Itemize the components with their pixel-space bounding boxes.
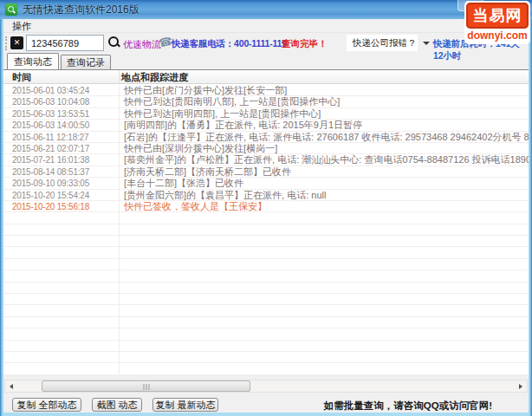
tracking-number-input[interactable] [26,35,104,51]
table-row[interactable]: 2015-06-03 13:53:51 快件已到达[南明四部], 上一站是[贵阳… [3,108,529,120]
table-row[interactable] [3,224,529,236]
row-progress: 快件已由[虎门分拨中心]发往[长安一部] [124,85,287,96]
row-progress: [贵州金阳六部]的【袁昌平】正在派件, 电话: null [124,190,326,201]
row-progress: 快件已签收，签收人是【王保安】 [124,201,267,212]
table-row[interactable] [3,212,529,224]
table-row[interactable]: 2015-06-03 10:04:08 快件已到达[贵阳南明八部], 上一站是[… [3,96,529,107]
column-separator [119,70,120,83]
tracking-table: 时间 地点和跟踪进度 2015-06-01 03:45:24 快件已由[虎门分拨… [3,69,529,374]
column-header-progress[interactable]: 地点和跟踪进度 [121,71,188,84]
copy-latest-button[interactable]: 复制 最新动态 [152,398,218,412]
scrollbar-thumb[interactable] [42,380,250,392]
tab-strip: 查询动态 查询记录 [3,54,529,69]
column-header-time[interactable]: 时间 [12,71,31,84]
table-header: 时间 地点和跟踪进度 [3,70,529,84]
client-area: 操作 ✕ 优速物流 ☎ 快递客服电话：400-1111-119 查询完毕！ 快递… [3,19,529,413]
title-bar[interactable]: 无情快递查询软件2016版 [0,0,532,19]
tab-query-progress[interactable]: 查询动态 [7,53,59,69]
row-time: 2015-09-10 09:33:05 [12,178,89,189]
watermark-badge: 当易网 downyi.com [464,1,530,44]
row-time: 2015-06-01 03:45:24 [12,85,89,96]
table-row[interactable] [3,317,529,328]
scroll-left-arrow-icon[interactable] [5,380,18,392]
clear-button[interactable]: ✕ [10,36,23,49]
service-phone-text: 快递客服电话：400-1111-119 [172,38,287,50]
table-row[interactable]: 2015-10-20 15:54:24 [贵州金阳六部]的【袁昌平】正在派件, … [3,190,529,201]
horizontal-scrollbar[interactable] [4,380,528,393]
table-row[interactable]: 2015-06-03 14:00:50 [南明四部]的【潘勇】正在派件, 电话:… [3,120,529,131]
table-row[interactable] [3,283,529,294]
menu-bar: 操作 [3,19,529,33]
row-time: 2015-10-20 15:54:24 [12,190,89,201]
carrier-link[interactable]: 优速物流 [123,38,161,51]
table-row[interactable]: 2015-08-14 08:51:37 [济南天桥二部]【济南天桥二部】已收件 [3,166,529,178]
table-row[interactable]: 2015-06-11 12:18:27 [石岩]的【汪逢平】正在派件, 电话: … [3,132,529,143]
row-time: 2015-06-03 10:04:08 [12,96,89,107]
row-time: 2015-06-21 02:07:17 [12,143,89,154]
row-time: 2015-06-03 13:53:51 [12,108,89,120]
copy-all-button[interactable]: 复制 全部动态 [12,398,81,412]
watermark-logo: 当易网 [466,3,529,29]
menu-item-operation[interactable]: 操作 [12,20,31,33]
table-row[interactable] [3,259,529,270]
table-row[interactable] [3,247,529,258]
search-icon[interactable] [108,36,120,49]
table-row[interactable] [3,328,529,340]
table-row[interactable]: 2015-09-10 09:33:05 [丰台十二部]【张浩】已收件 [3,178,529,189]
row-progress: 快件已由[深圳分拨中心]发往[横岗一] [124,143,277,154]
scrollbar-grip-icon [143,384,149,390]
row-progress: [慕奕州金平]的【卢松胜】正在派件, 电话: 潮汕汕头中心: 查询电话0754-… [124,154,529,166]
table-row[interactable] [3,270,529,282]
report-error-dropdown[interactable]: 快递公司报错？ [347,35,418,51]
tab-query-history[interactable]: 查询记录 [61,55,111,69]
table-row[interactable]: 2015-06-21 02:07:17 快件已由[深圳分拨中心]发往[横岗一] [3,143,529,154]
row-progress: [济南天桥二部]【济南天桥二部】已收件 [124,166,291,178]
table-row[interactable]: 2015-10-20 15:56:18 快件已签收，签收人是【王保安】 [3,201,529,212]
toolbar-grip-handle[interactable] [5,36,7,50]
app-window: 无情快递查询软件2016版 当易网 downyi.com 操作 ✕ 优速物流 ☎… [0,0,532,416]
table-row[interactable] [3,363,529,374]
row-progress: 快件已到达[贵阳南明八部], 上一站是[贵阳操作中心] [124,96,340,107]
footer-bar: 复制 全部动态 截图 动态 复制 最新动态 如需批量查询，请咨询QQ或访问官网! [3,397,529,413]
row-time: 2015-07-21 16:01:38 [12,154,89,166]
table-row[interactable] [3,236,529,247]
chevron-down-icon[interactable] [423,42,430,45]
app-logo-search-icon [5,3,17,16]
scroll-right-arrow-icon[interactable] [514,380,527,392]
toolbar: ✕ 优速物流 ☎ 快递客服电话：400-1111-119 查询完毕！ 快递公司报… [3,34,529,54]
row-progress: [南明四部]的【潘勇】正在派件, 电话: 2015年9月1日暂停 [124,120,362,131]
table-row[interactable] [3,294,529,305]
row-time: 2015-10-20 15:56:18 [12,201,89,212]
row-time: 2015-06-03 14:00:50 [12,120,89,131]
table-row[interactable] [3,341,529,352]
window-title: 无情快递查询软件2016版 [23,3,139,17]
query-status-text: 查询完毕！ [282,38,328,50]
watermark-domain: downyi.com [466,29,529,42]
row-time: 2015-08-14 08:51:37 [12,166,89,178]
tracking-grid[interactable]: 2015-06-01 03:45:24 快件已由[虎门分拨中心]发往[长安一部]… [3,85,529,374]
row-time: 2015-06-11 12:18:27 [12,132,88,143]
screenshot-button[interactable]: 截图 动态 [92,398,142,412]
row-progress: [石岩]的【汪逢平】正在派件, 电话: 派件电话: 27606187 收件电话:… [124,132,529,143]
batch-query-note: 如需批量查询，请咨询QQ或访问官网! [324,400,492,413]
table-row[interactable]: 2015-06-01 03:45:24 快件已由[虎门分拨中心]发往[长安一部] [3,85,529,96]
row-progress: 快件已到达[南明四部], 上一站是[贵阳操作中心] [124,108,321,120]
row-progress: [丰台十二部]【张浩】已收件 [124,178,243,189]
table-row[interactable] [3,305,529,316]
table-row[interactable] [3,352,529,363]
table-row[interactable]: 2015-07-21 16:01:38 [慕奕州金平]的【卢松胜】正在派件, 电… [3,154,529,166]
